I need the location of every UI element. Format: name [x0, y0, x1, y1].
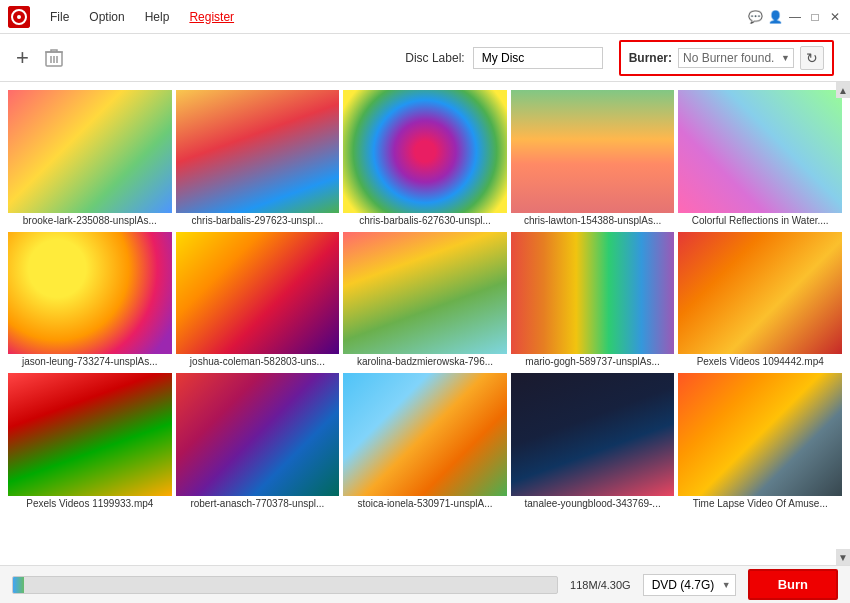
item-caption: chris-barbalis-627630-unspl...	[343, 213, 507, 228]
list-item[interactable]: tanalee-youngblood-343769-...	[511, 373, 675, 511]
add-button[interactable]: +	[16, 47, 29, 69]
list-item[interactable]: chris-barbalis-627630-unspl...	[343, 90, 507, 228]
item-caption: stoica-ionela-530971-unsplA...	[343, 496, 507, 511]
progress-fill	[13, 577, 24, 593]
window-controls: 💬 👤 — □ ✕	[748, 10, 842, 24]
item-caption: joshua-coleman-582803-uns...	[176, 354, 340, 369]
list-item[interactable]: Time Lapse Video Of Amuse...	[678, 373, 842, 511]
menu-bar: File Option Help Register	[46, 8, 238, 26]
item-caption: Pexels Videos 1094442.mp4	[678, 354, 842, 369]
menu-file[interactable]: File	[46, 8, 73, 26]
thumbnail	[8, 232, 172, 355]
thumbnail	[343, 232, 507, 355]
burner-label: Burner:	[629, 51, 672, 65]
item-caption: brooke-lark-235088-unsplAs...	[8, 213, 172, 228]
list-item[interactable]: brooke-lark-235088-unsplAs...	[8, 90, 172, 228]
menu-option[interactable]: Option	[85, 8, 128, 26]
list-item[interactable]: jason-leung-733274-unsplAs...	[8, 232, 172, 370]
item-caption: jason-leung-733274-unsplAs...	[8, 354, 172, 369]
toolbar: + Disc Label: Burner: No Burner found. ↻	[0, 34, 850, 82]
thumbnail	[176, 90, 340, 213]
item-caption: chris-lawton-154388-unsplAs...	[511, 213, 675, 228]
thumbnail	[343, 373, 507, 496]
item-caption: tanalee-youngblood-343769-...	[511, 496, 675, 511]
bottom-bar: 118M/4.30G DVD (4.7G) DVD (8.5G) BD-25 B…	[0, 565, 850, 603]
progress-bar	[12, 576, 558, 594]
menu-help[interactable]: Help	[141, 8, 174, 26]
thumbnail	[511, 373, 675, 496]
thumbnail	[678, 90, 842, 213]
delete-button[interactable]	[45, 48, 63, 68]
item-caption: Time Lapse Video Of Amuse...	[678, 496, 842, 511]
item-caption: Colorful Reflections in Water....	[678, 213, 842, 228]
list-item[interactable]: stoica-ionela-530971-unsplA...	[343, 373, 507, 511]
list-item[interactable]: Pexels Videos 1199933.mp4	[8, 373, 172, 511]
burner-select-wrap: No Burner found.	[678, 48, 794, 68]
scroll-down-arrow[interactable]: ▼	[836, 549, 850, 565]
thumbnail	[511, 232, 675, 355]
svg-point-2	[17, 15, 21, 19]
list-item[interactable]: karolina-badzmierowska-796...	[343, 232, 507, 370]
burner-section: Burner: No Burner found. ↻	[619, 40, 834, 76]
list-item[interactable]: chris-barbalis-297623-unspl...	[176, 90, 340, 228]
item-caption: robert-anasch-770378-unspl...	[176, 496, 340, 511]
list-item[interactable]: mario-gogh-589737-unsplAs...	[511, 232, 675, 370]
disc-type-wrap: DVD (4.7G) DVD (8.5G) BD-25 BD-50	[643, 574, 736, 596]
list-item[interactable]: Colorful Reflections in Water....	[678, 90, 842, 228]
chat-icon[interactable]: 💬	[748, 10, 762, 24]
list-item[interactable]: Pexels Videos 1094442.mp4	[678, 232, 842, 370]
minimize-button[interactable]: —	[788, 10, 802, 24]
item-caption: mario-gogh-589737-unsplAs...	[511, 354, 675, 369]
thumbnail	[343, 90, 507, 213]
scroll-up-arrow[interactable]: ▲	[836, 82, 850, 98]
thumbnail	[176, 232, 340, 355]
menu-register[interactable]: Register	[185, 8, 238, 26]
thumbnail	[511, 90, 675, 213]
disc-type-select[interactable]: DVD (4.7G) DVD (8.5G) BD-25 BD-50	[643, 574, 736, 596]
app-logo	[8, 6, 30, 28]
thumbnail	[678, 232, 842, 355]
list-item[interactable]: chris-lawton-154388-unsplAs...	[511, 90, 675, 228]
item-caption: chris-barbalis-297623-unspl...	[176, 213, 340, 228]
user-icon[interactable]: 👤	[768, 10, 782, 24]
list-item[interactable]: joshua-coleman-582803-uns...	[176, 232, 340, 370]
main-content: ▲ brooke-lark-235088-unsplAs...chris-bar…	[0, 82, 850, 565]
burner-select[interactable]: No Burner found.	[678, 48, 794, 68]
refresh-button[interactable]: ↻	[800, 46, 824, 70]
media-grid: brooke-lark-235088-unsplAs...chris-barba…	[0, 82, 850, 565]
disc-label-input[interactable]	[473, 47, 603, 69]
maximize-button[interactable]: □	[808, 10, 822, 24]
disc-label-section: Disc Label:	[405, 47, 602, 69]
close-button[interactable]: ✕	[828, 10, 842, 24]
thumbnail	[8, 373, 172, 496]
title-bar: File Option Help Register 💬 👤 — □ ✕	[0, 0, 850, 34]
thumbnail	[8, 90, 172, 213]
item-caption: karolina-badzmierowska-796...	[343, 354, 507, 369]
item-caption: Pexels Videos 1199933.mp4	[8, 496, 172, 511]
thumbnail	[176, 373, 340, 496]
burn-button[interactable]: Burn	[748, 569, 838, 600]
disc-label-text: Disc Label:	[405, 51, 464, 65]
thumbnail	[678, 373, 842, 496]
size-label: 118M/4.30G	[570, 579, 631, 591]
list-item[interactable]: robert-anasch-770378-unspl...	[176, 373, 340, 511]
